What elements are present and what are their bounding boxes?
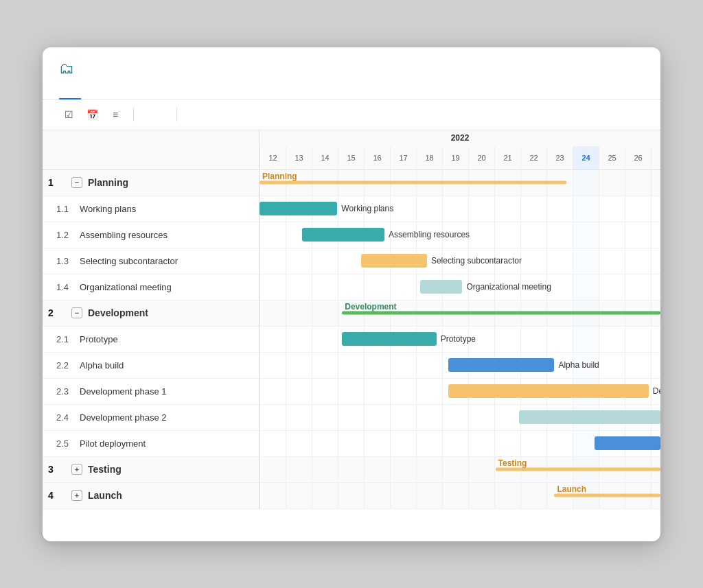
gantt-row-2.1: Prototype: [260, 327, 660, 353]
gantt-row-1.4: Organizational meeting: [260, 274, 660, 301]
grid-cell-3-12: [260, 248, 286, 274]
grid-cell-8-14: [312, 379, 338, 404]
checklist-icon[interactable]: ☑: [59, 105, 78, 124]
task-row-2-3: 2.3 Development phase 1: [43, 379, 259, 405]
grid-cell-11-18: [416, 457, 442, 482]
bar-2.5[interactable]: [595, 436, 660, 450]
calendar-icon[interactable]: 📅: [82, 105, 102, 124]
grid-cell-12-19: [442, 483, 468, 508]
task-num-1-2: 1.2: [56, 230, 76, 240]
grid-cell-9-17: [390, 405, 416, 430]
grid-cell-5-12: [260, 301, 286, 326]
grid-cell-9-18: [416, 405, 442, 430]
bar-2.1[interactable]: Prototype: [342, 332, 436, 346]
grid-cell-0-27: [651, 170, 660, 196]
tab-gantt-chart[interactable]: [59, 87, 81, 99]
grid-cell-8-13: [286, 379, 312, 404]
task-row-1-1: 1.1 Working plans: [43, 196, 259, 222]
grid-cell-8-17: [390, 379, 416, 404]
bar-testing[interactable]: Testing: [496, 468, 660, 471]
gantt-row-planning: Planning: [260, 170, 660, 196]
grid-cell-7-17: [390, 353, 416, 378]
task-num-1-1: 1.1: [56, 204, 76, 214]
bar-1.4[interactable]: Organizational meeting: [420, 280, 463, 294]
grid-cell-10-15: [338, 431, 364, 456]
day-cell-22: 22: [520, 146, 546, 169]
collapse-development[interactable]: −: [71, 307, 82, 318]
bar-launch[interactable]: Launch: [554, 494, 660, 497]
grid-cell-7-25: [599, 353, 625, 378]
grid-cell-10-23: [546, 431, 573, 456]
grid-cell-10-20: [468, 431, 494, 456]
grid-cell-6-14: [312, 327, 338, 352]
day-cell-19: 19: [442, 146, 468, 169]
gantt-row-2.3: Develop: [260, 379, 660, 405]
grid-cell-9-16: [364, 405, 390, 430]
expand-all-button[interactable]: [142, 112, 153, 117]
task-row-2-2: 2.2 Alpha build: [43, 353, 259, 379]
grid-cell-5-14: [312, 301, 338, 326]
bar-1.3[interactable]: Selecting subcontaractor: [361, 254, 427, 268]
day-cell-25: 25: [599, 146, 625, 169]
grid-cell-1-17: [390, 196, 416, 222]
bar-label-1.2: Assembling resources: [389, 230, 470, 239]
task-name-1-1: Working plans: [80, 204, 136, 214]
task-num-4: 4: [48, 490, 67, 501]
grid-cell-10-16: [364, 431, 390, 456]
grid-cell-12-12: [260, 483, 286, 508]
task-num-3: 3: [48, 464, 67, 475]
task-num-2: 2: [48, 307, 67, 318]
grid-cell-9-12: [260, 405, 286, 430]
grid-cell-7-27: [651, 353, 660, 378]
grid-cell-2-27: [651, 222, 660, 248]
grid-cell-11-12: [260, 457, 286, 482]
grid-cell-12-20: [468, 483, 494, 508]
collapse-launch[interactable]: +: [71, 490, 82, 501]
task-row-launch: 4 + Launch: [43, 483, 259, 509]
grid-cell-2-25: [599, 222, 625, 248]
task-name-planning: Planning: [88, 177, 128, 188]
tab-workload[interactable]: [125, 87, 147, 99]
tab-board[interactable]: [81, 87, 103, 99]
bar-2.2[interactable]: Alpha build: [448, 358, 555, 372]
bar-2.3[interactable]: Develop: [448, 384, 649, 398]
task-name-2-5: Pilot deployment: [80, 438, 146, 449]
grid-cell-6-23: [546, 327, 573, 352]
main-window: 🗂 ☑ 📅 ≡ 1 − Planning: [43, 47, 660, 541]
grid-cell-1-22: [520, 196, 546, 222]
day-cell-17: 17: [390, 146, 416, 169]
grid-cell-11-14: [312, 457, 338, 482]
bar-1.1[interactable]: Working plans: [260, 202, 337, 215]
grid-cell-1-25: [599, 196, 625, 222]
grid-cell-7-15: [338, 353, 364, 378]
collapse-testing[interactable]: +: [71, 464, 82, 475]
grid-cell-4-13: [286, 274, 312, 300]
bar-planning[interactable]: Planning: [260, 181, 566, 185]
header: 🗂: [43, 47, 660, 78]
grid-cell-7-16: [364, 353, 390, 378]
grid-cell-6-24: [573, 327, 599, 352]
collapse-all-button[interactable]: [157, 112, 168, 117]
grid-cell-9-15: [338, 405, 364, 430]
grid-cell-0-26: [625, 170, 651, 196]
cascade-sorting-button[interactable]: [185, 112, 196, 117]
tab-list[interactable]: [103, 87, 125, 99]
bar-label-planning: Planning: [262, 172, 297, 181]
bar-2.4[interactable]: [519, 410, 660, 424]
grid-cell-1-27: [651, 196, 660, 222]
grid-cell-4-15: [338, 274, 364, 300]
day-cell-27: 27: [651, 146, 660, 169]
bar-1.2[interactable]: Assembling resources: [302, 228, 384, 242]
grid-cell-10-18: [416, 431, 442, 456]
bar-development[interactable]: Development: [342, 311, 660, 315]
tab-people[interactable]: [147, 87, 169, 99]
grid-cell-10-19: [442, 431, 468, 456]
grid-cell-0-25: [599, 170, 625, 196]
day-cell-24: 24: [573, 146, 599, 169]
grid-cell-7-12: [260, 353, 286, 378]
collapse-planning[interactable]: −: [71, 177, 82, 188]
task-name-1-4: Organizational meeting: [80, 282, 172, 292]
grid-cell-9-19: [442, 405, 468, 430]
day-row: 1213141516171819202122232425262728: [260, 146, 660, 169]
gantt-icon[interactable]: ≡: [106, 105, 125, 124]
